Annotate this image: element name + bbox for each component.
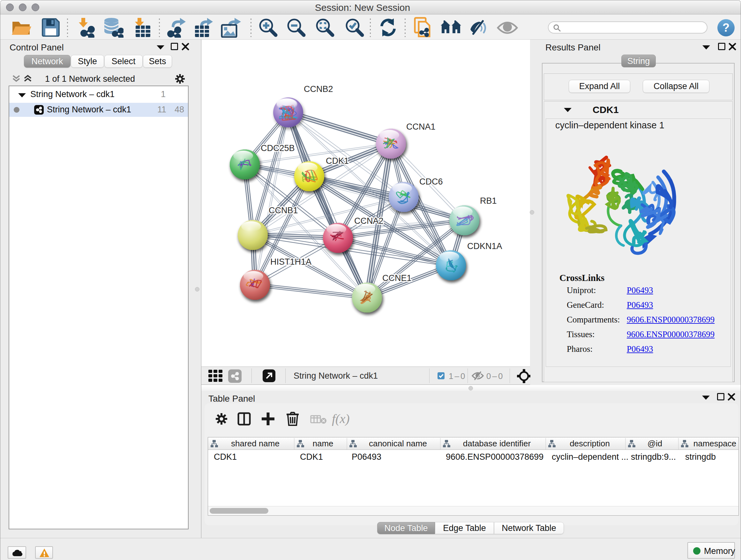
svg-text:shared name: shared name xyxy=(231,439,280,448)
svg-text:@id: @id xyxy=(648,439,663,448)
svg-text:CCNA2: CCNA2 xyxy=(354,216,384,226)
svg-text:CCNA1: CCNA1 xyxy=(406,122,435,132)
svg-text:namespace: namespace xyxy=(693,439,736,448)
svg-text:HIST1H1A: HIST1H1A xyxy=(270,257,312,266)
svg-text:CDK1: CDK1 xyxy=(326,156,349,166)
svg-text:CDKN1A: CDKN1A xyxy=(467,241,502,251)
svg-text:description: description xyxy=(569,439,610,448)
svg-text:CDC6: CDC6 xyxy=(419,177,443,186)
svg-text:CCNB1: CCNB1 xyxy=(269,206,298,215)
svg-text:name: name xyxy=(313,439,333,448)
svg-text:CCNB2: CCNB2 xyxy=(304,84,333,94)
svg-text:CCNE1: CCNE1 xyxy=(382,273,412,283)
svg-text:canonical name: canonical name xyxy=(369,439,427,448)
svg-text:database identifier: database identifier xyxy=(463,439,531,448)
svg-text:RB1: RB1 xyxy=(480,196,497,206)
svg-text:CDC25B: CDC25B xyxy=(261,143,295,153)
